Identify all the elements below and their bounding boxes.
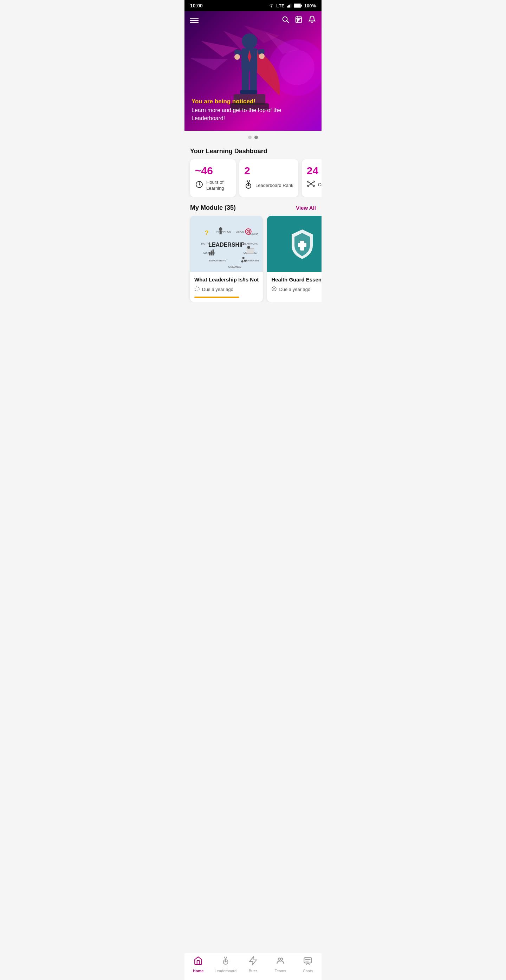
svg-rect-1 — [288, 5, 289, 7]
leadership-svg: LEADERSHIP ? INNOVATION VISION PLANNING … — [190, 216, 263, 272]
stat-card-rank: 2 Leaderboard Rank — [239, 159, 298, 197]
search-button[interactable] — [282, 16, 289, 25]
stat-bottom-rank: Leaderboard Rank — [244, 180, 293, 191]
svg-text:MENTORING: MENTORING — [244, 259, 259, 262]
svg-point-40 — [310, 183, 312, 185]
leadership-card-due: Due a year ago — [194, 286, 259, 293]
svg-rect-14 — [298, 19, 299, 21]
leadership-card-body: What Leadership Is/Is Not Due a year ago — [190, 272, 263, 302]
dot-1[interactable] — [248, 136, 251, 139]
notification-button[interactable] — [308, 16, 316, 25]
status-right: LTE 100% — [269, 3, 316, 8]
svg-text:GUIDANCE: GUIDANCE — [228, 266, 242, 268]
svg-point-33 — [259, 53, 264, 59]
dot-2[interactable] — [255, 136, 258, 139]
svg-rect-77 — [298, 243, 306, 247]
svg-rect-26 — [242, 70, 249, 91]
hamburger-menu[interactable] — [190, 18, 199, 23]
hero-nav — [185, 11, 321, 30]
hero-banner: You are being noticed! Learn more and ge… — [185, 11, 321, 131]
leadership-card-title: What Leadership Is/Is Not — [194, 276, 259, 283]
stat-card-courses: 24 — [302, 159, 321, 197]
svg-point-23 — [242, 33, 257, 49]
svg-rect-2 — [289, 5, 290, 7]
svg-point-71 — [242, 257, 245, 259]
network-icon — [307, 180, 315, 190]
svg-point-41 — [307, 181, 309, 182]
svg-text:?: ? — [205, 229, 209, 237]
carousel-dots — [185, 131, 321, 144]
calendar-button[interactable] — [295, 16, 302, 25]
module-card-health[interactable]: Health Guard Essentials Due a year ago — [267, 216, 321, 302]
svg-text:TEAMWORK: TEAMWORK — [243, 242, 258, 245]
leadership-card-image: LEADERSHIP ? INNOVATION VISION PLANNING … — [190, 216, 263, 272]
svg-rect-29 — [248, 90, 257, 94]
stat-value-rank: 2 — [244, 165, 250, 177]
clock-icon — [195, 180, 204, 191]
svg-point-70 — [244, 260, 246, 262]
stat-label-hours: Hours ofLearning — [206, 180, 224, 191]
progress-circle-icon — [194, 286, 200, 293]
health-card-body: Health Guard Essentials Due a year ago — [267, 272, 321, 297]
svg-marker-79 — [274, 288, 275, 290]
medal-icon-stat — [244, 180, 253, 191]
stat-value-hours: ~46 — [195, 165, 213, 177]
svg-point-43 — [307, 185, 309, 186]
svg-text:INNOVATION: INNOVATION — [216, 231, 231, 233]
svg-rect-3 — [290, 3, 291, 7]
signal-icon — [287, 3, 292, 8]
svg-line-45 — [309, 182, 310, 183]
lte-label: LTE — [276, 3, 285, 8]
dashboard-section: Your Learning Dashboard ~46 Hours ofLear… — [185, 144, 321, 197]
svg-rect-15 — [297, 21, 298, 22]
dashboard-title: Your Learning Dashboard — [185, 144, 321, 159]
svg-text:MOTIVATION: MOTIVATION — [201, 242, 216, 245]
svg-rect-6 — [301, 5, 302, 6]
svg-point-68 — [247, 246, 250, 249]
svg-point-32 — [234, 54, 240, 60]
leadership-progress-bar — [194, 297, 239, 298]
svg-rect-64 — [213, 250, 214, 255]
stat-bottom-hours: Hours ofLearning — [195, 180, 224, 191]
stat-value-courses: 24 — [307, 165, 318, 177]
svg-rect-0 — [287, 6, 288, 7]
health-card-title: Health Guard Essentials — [271, 276, 321, 283]
svg-point-74 — [248, 231, 249, 232]
hero-action-icons — [282, 16, 316, 25]
svg-rect-13 — [297, 19, 298, 21]
health-card-due: Due a year ago — [271, 286, 321, 293]
svg-point-69 — [242, 260, 243, 262]
svg-line-46 — [312, 182, 313, 183]
svg-text:EMPOWERING: EMPOWERING — [209, 259, 226, 262]
stat-bottom-courses: Courses Enrolled — [307, 180, 321, 190]
svg-line-47 — [309, 184, 310, 186]
svg-point-75 — [195, 287, 199, 291]
main-content: Your Learning Dashboard ~46 Hours ofLear… — [185, 144, 321, 330]
stat-card-hours: ~46 Hours ofLearning — [190, 159, 236, 197]
status-bar: 10:00 LTE 100% — [185, 0, 321, 11]
health-due-text: Due a year ago — [279, 287, 310, 292]
battery-icon — [294, 3, 302, 8]
leadership-due-text: Due a year ago — [202, 287, 233, 292]
health-guard-card-image — [267, 216, 321, 272]
wifi-icon — [269, 3, 274, 8]
view-all-button[interactable]: View All — [296, 205, 316, 211]
svg-line-48 — [312, 184, 313, 186]
svg-rect-67 — [247, 248, 254, 254]
module-card-leadership[interactable]: LEADERSHIP ? INNOVATION VISION PLANNING … — [190, 216, 263, 302]
svg-rect-62 — [209, 252, 210, 255]
stat-label-rank: Leaderboard Rank — [255, 183, 293, 189]
status-time: 10:00 — [190, 3, 203, 8]
svg-text:VISION: VISION — [236, 231, 244, 233]
hero-text: You are being noticed! Learn more and ge… — [185, 98, 321, 122]
battery-level: 100% — [304, 3, 316, 8]
svg-point-65 — [219, 228, 223, 231]
stats-row: ~46 Hours ofLearning 2 — [185, 159, 321, 197]
module-header: My Module (35) View All — [185, 197, 321, 216]
svg-rect-27 — [250, 70, 257, 91]
svg-marker-16 — [201, 27, 238, 62]
hero-subtitle: Learn more and get to the top of the Lea… — [191, 107, 315, 122]
stat-label-courses: Courses Enrolled — [318, 182, 321, 188]
module-section-title: My Module (35) — [190, 204, 236, 212]
svg-point-42 — [313, 181, 315, 182]
